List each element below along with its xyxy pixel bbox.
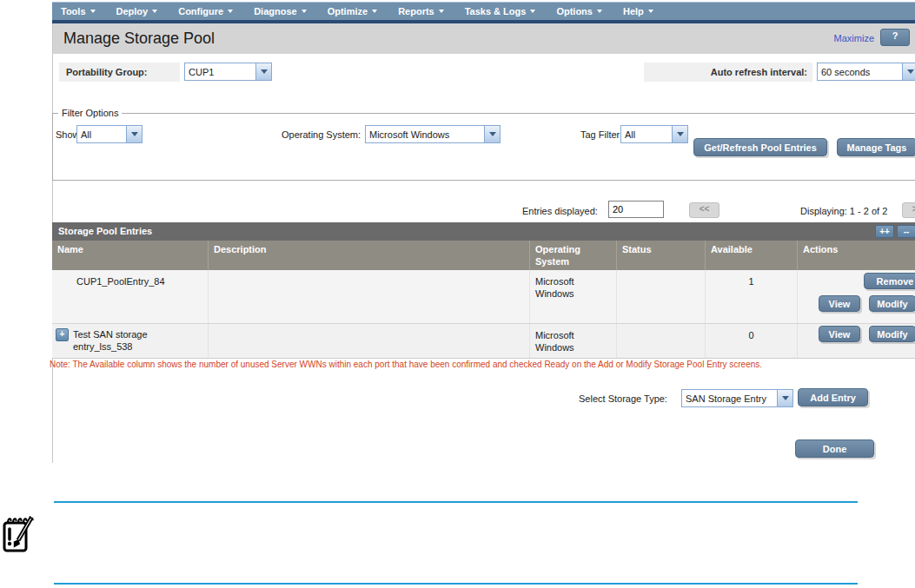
row-status [617,324,706,358]
portability-group-select[interactable]: CUP1 [184,63,272,81]
menu-item-configure[interactable]: Configure [178,6,233,17]
collapse-all-button[interactable]: -- [897,225,915,238]
menu-item-tasks-logs[interactable]: Tasks & Logs [465,6,536,17]
caret-down-icon [90,10,96,13]
expand-all-button[interactable]: ++ [875,225,894,238]
manage-storage-pool-screen: Tools Deploy Configure Diagnose Optimize… [0,0,915,588]
expand-row-icon[interactable]: + [56,328,69,341]
top-menu-bar: Tools Deploy Configure Diagnose Optimize… [52,2,915,20]
caret-down-icon [648,10,653,13]
caret-down-icon [597,10,602,13]
caret-down-icon [228,10,233,13]
caret-down-icon [302,10,307,13]
chevron-down-icon [777,390,792,406]
column-header-status: Status [617,241,706,270]
row-name: Test SAN storage entry_lss_538 [73,328,162,353]
chevron-down-icon [126,126,142,142]
modify-button[interactable]: Modify [869,326,915,342]
caret-down-icon [530,10,535,13]
filter-options-legend: Filter Options [58,108,122,118]
operating-system-filter-label: Operating System: [282,129,361,140]
table-row: + Test SAN storage entry_lss_538 Microso… [52,323,915,359]
row-available: 1 [706,270,798,323]
caret-down-icon [152,10,157,13]
row-description [209,324,530,358]
row-name: CUP1_PoolEntry_84 [52,270,209,323]
table-title: Storage Pool Entries [52,222,915,241]
table-row: CUP1_PoolEntry_84 Microsoft Windows 1 Re… [52,270,915,323]
next-page-button[interactable]: >> [902,202,915,218]
table-header-row: Name Description Operating System Status… [52,241,915,270]
select-storage-type-label: Select Storage Type: [579,393,667,404]
auto-refresh-select[interactable]: 60 seconds [817,63,915,81]
column-header-description: Description [209,241,530,270]
row-actions: View Modify [798,324,915,358]
divider-line [54,583,858,585]
modify-button[interactable]: Modify [869,295,915,312]
column-header-actions: Actions [798,241,915,270]
previous-page-button[interactable]: << [689,202,719,218]
menu-item-optimize[interactable]: Optimize [328,6,377,17]
row-status [617,270,706,323]
help-button[interactable]: ? [880,29,910,46]
row-operating-system: Microsoft Windows [535,329,583,353]
chevron-down-icon [902,63,915,80]
row-actions: Remove View Modify [798,270,915,323]
tag-filter-label: Tag Filter: [580,129,622,140]
manage-tags-button[interactable]: Manage Tags [837,138,915,156]
operating-system-filter-select[interactable]: Microsoft Windows [365,125,501,143]
menu-item-deploy[interactable]: Deploy [116,6,158,17]
get-refresh-pool-entries-button[interactable]: Get/Refresh Pool Entries [693,138,827,156]
storage-type-select[interactable]: SAN Storage Entry [681,389,793,407]
maximize-link[interactable]: Maximize [834,33,874,43]
row-operating-system: Microsoft Windows [535,275,583,300]
tag-filter-select[interactable]: All [620,125,688,143]
entries-displayed-input[interactable] [608,201,664,218]
entries-displayed-label: Entries displayed: [522,206,598,216]
menu-item-diagnose[interactable]: Diagnose [254,6,307,17]
auto-refresh-label: Auto refresh interval: [644,63,812,82]
remove-button[interactable]: Remove [864,273,915,289]
caret-down-icon [439,10,444,13]
menu-item-help[interactable]: Help [623,6,653,17]
menu-item-tools[interactable]: Tools [61,6,96,17]
view-button[interactable]: View [819,295,860,312]
portability-group-label: Portability Group: [59,63,180,82]
available-column-note: Note: The Available column shows the num… [50,360,915,369]
chevron-down-icon [484,126,500,142]
displaying-range-text: Displaying: 1 - 2 of 2 [800,206,887,216]
column-header-operating-system: Operating System [530,241,617,270]
page-title: Manage Storage Pool [63,30,215,48]
note-icon [2,513,36,555]
row-description [209,270,530,323]
menu-item-options[interactable]: Options [556,6,602,17]
done-button[interactable]: Done [795,439,874,458]
column-header-name: Name [52,241,209,270]
column-header-available: Available [706,241,798,270]
divider-line [54,501,858,503]
caret-down-icon [372,10,377,13]
title-bar: Manage Storage Pool Maximize ? [53,23,915,54]
menu-item-reports[interactable]: Reports [398,6,444,17]
row-available: 0 [706,324,798,358]
view-button[interactable]: View [819,326,860,342]
add-entry-button[interactable]: Add Entry [798,388,868,406]
chevron-down-icon [255,63,271,80]
show-filter-select[interactable]: All [76,125,143,143]
chevron-down-icon [672,126,687,142]
